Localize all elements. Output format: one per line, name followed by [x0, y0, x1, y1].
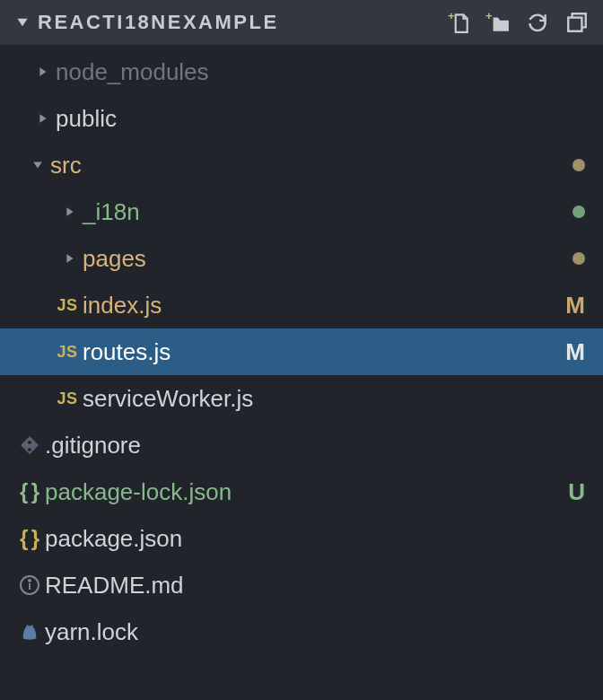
project-title: REACTI18NEXAMPLE	[38, 11, 445, 34]
tree-file-package-json[interactable]: { } package.json	[0, 515, 603, 562]
js-file-icon: JS	[52, 296, 83, 315]
file-tree: node_modules public src _i18n pages J	[0, 45, 603, 655]
tree-file-serviceworker-js[interactable]: JS serviceWorker.js	[0, 375, 603, 422]
new-file-icon[interactable]: +	[445, 9, 472, 36]
tree-folder-i18n[interactable]: _i18n	[0, 188, 603, 235]
chevron-right-icon	[31, 66, 56, 77]
tree-file-package-lock[interactable]: { } package-lock.json U	[0, 468, 603, 515]
tree-item-label: pages	[83, 245, 572, 273]
header-actions: + +	[445, 9, 590, 36]
git-status-untracked: U	[560, 478, 585, 506]
tree-file-index-js[interactable]: JS index.js M	[0, 282, 603, 328]
new-folder-icon[interactable]: +	[485, 9, 511, 36]
modified-dot-icon	[572, 159, 585, 171]
tree-item-label: node_modules	[56, 58, 585, 86]
tree-item-label: yarn.lock	[45, 618, 585, 646]
tree-file-routes-js[interactable]: JS routes.js M	[0, 328, 603, 375]
js-file-icon: JS	[52, 343, 83, 362]
yarn-file-icon	[14, 622, 45, 642]
untracked-dot-icon	[572, 206, 585, 218]
tree-folder-node-modules[interactable]: node_modules	[0, 48, 603, 95]
json-file-icon: { }	[14, 526, 45, 551]
tree-item-label: README.md	[45, 572, 585, 599]
info-file-icon	[14, 574, 45, 596]
explorer-header: REACTI18NEXAMPLE + +	[0, 0, 603, 45]
chevron-right-icon	[57, 206, 83, 217]
svg-text:+: +	[448, 11, 455, 22]
svg-point-5	[29, 580, 31, 582]
chevron-down-icon	[25, 160, 50, 171]
git-file-icon	[14, 434, 45, 456]
tree-item-label: src	[50, 152, 572, 179]
tree-item-label: .gitignore	[45, 432, 585, 459]
tree-item-label: public	[56, 105, 585, 133]
tree-item-label: routes.js	[83, 338, 560, 366]
tree-item-label: _i18n	[83, 198, 572, 226]
tree-folder-pages[interactable]: pages	[0, 235, 603, 282]
refresh-icon[interactable]	[524, 9, 551, 36]
git-status-modified: M	[560, 338, 585, 366]
json-file-icon: { }	[14, 479, 45, 504]
chevron-right-icon	[57, 253, 83, 264]
svg-text:+: +	[485, 11, 493, 22]
tree-item-label: index.js	[83, 292, 560, 319]
git-status-modified: M	[560, 292, 585, 319]
chevron-down-icon[interactable]	[16, 16, 29, 29]
tree-folder-src[interactable]: src	[0, 142, 603, 188]
modified-dot-icon	[572, 252, 585, 265]
tree-file-yarn-lock[interactable]: yarn.lock	[0, 608, 603, 655]
collapse-all-icon[interactable]	[564, 9, 590, 36]
js-file-icon: JS	[52, 389, 83, 408]
svg-rect-2	[568, 18, 581, 31]
tree-item-label: package-lock.json	[45, 478, 560, 506]
tree-file-gitignore[interactable]: .gitignore	[0, 422, 603, 468]
chevron-right-icon	[31, 113, 56, 124]
tree-item-label: serviceWorker.js	[83, 385, 585, 413]
tree-item-label: package.json	[45, 525, 585, 553]
tree-folder-public[interactable]: public	[0, 95, 603, 142]
tree-file-readme[interactable]: README.md	[0, 562, 603, 608]
